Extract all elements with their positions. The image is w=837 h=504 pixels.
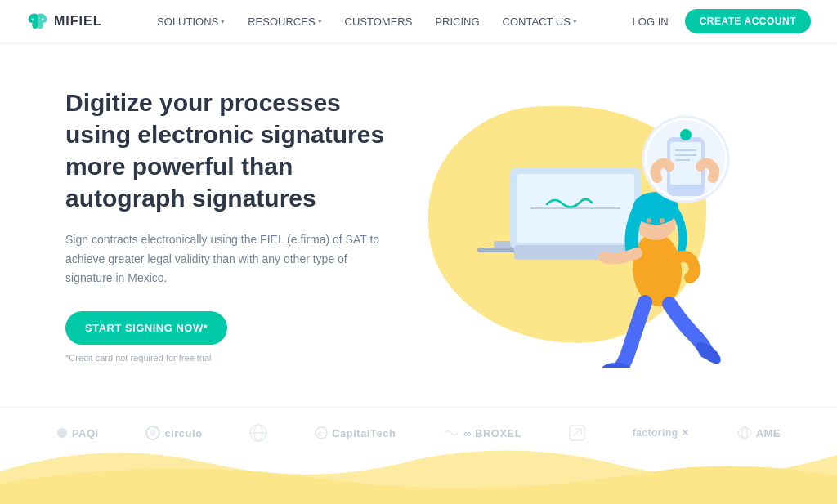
logo-capitaltech: C CapitalTech [315,426,396,439]
capitaltech-icon: C [315,426,328,439]
svg-point-27 [150,430,156,436]
nav-customers[interactable]: CUSTOMERS [345,16,413,28]
svg-point-0 [32,19,34,20]
svg-rect-20 [670,142,701,185]
navbar: MIFIEL SOLUTIONS ▾ RESOURCES ▾ CUSTOMERS… [0,0,837,42]
hero-description: Sign contracts electronically using the … [65,230,396,288]
hero-left: Digitize your processes using electronic… [65,87,396,363]
chevron-down-icon: ▾ [221,17,225,25]
logo-icon [26,12,49,30]
chevron-down-icon: ▾ [573,17,577,25]
broxel-icon [443,428,459,438]
login-link[interactable]: LOG IN [633,16,669,28]
logo-text: MIFIEL [54,14,101,29]
logo-paqi: PAQi [56,427,99,439]
svg-point-13 [647,218,651,223]
svg-point-25 [57,428,67,438]
nav-contact[interactable]: CONTACT US ▾ [503,16,577,28]
hero-section: Digitize your processes using electronic… [0,42,837,394]
nav-pricing[interactable]: PRICING [435,16,479,28]
no-credit-card-text: *Credit card not required for free trial [65,353,396,363]
hero-title: Digitize your processes using electronic… [65,87,396,214]
start-signing-button[interactable]: START SIGNING NOW* [65,311,227,345]
wave-svg [0,439,837,504]
nav-solutions[interactable]: SOLUTIONS ▾ [157,16,225,28]
svg-point-1 [42,19,43,20]
logo[interactable]: MIFIEL [26,12,101,30]
logo-factoring: factoring ✕ [633,427,690,439]
create-account-button[interactable]: CREATE ACCOUNT [685,9,811,33]
svg-point-34 [738,428,751,438]
wave-footer [0,439,837,504]
svg-point-14 [660,218,665,223]
nav-links: SOLUTIONS ▾ RESOURCES ▾ CUSTOMERS PRICIN… [157,16,577,28]
nav-right: LOG IN CREATE ACCOUNT [633,9,811,33]
logo-broxel: ∞ BROXEL [443,427,521,439]
hero-svg [396,82,772,368]
chevron-down-icon: ▾ [318,17,322,25]
svg-text:C: C [318,430,323,438]
svg-point-24 [680,129,692,140]
nav-resources[interactable]: RESOURCES ▾ [248,16,321,28]
hero-illustration [396,82,772,368]
paqi-icon [56,427,68,439]
